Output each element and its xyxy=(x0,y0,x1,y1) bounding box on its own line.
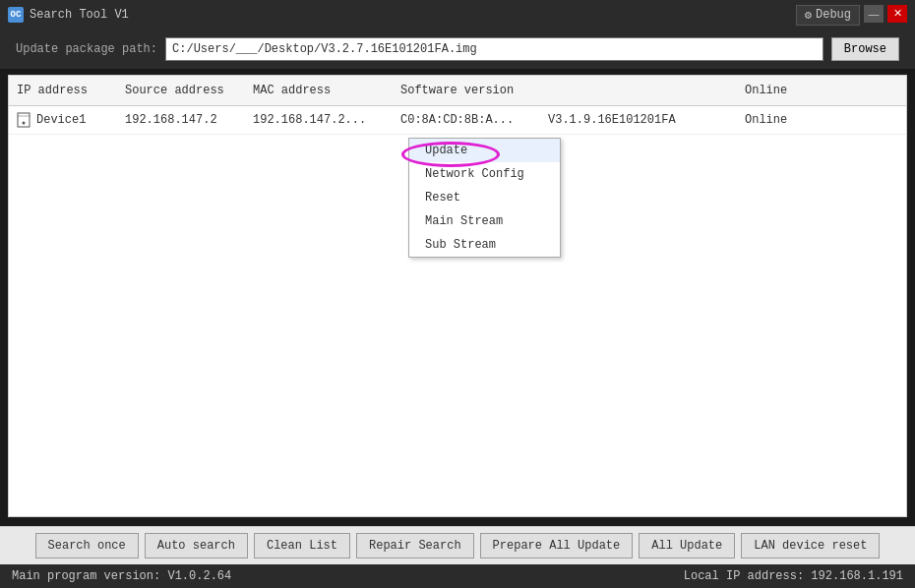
pathbar: Update package path: Browse xyxy=(0,29,915,69)
browse-button[interactable]: Browse xyxy=(831,37,899,61)
titlebar-controls: ⚙ Debug — ✕ xyxy=(796,5,907,26)
lan-device-reset-button[interactable]: LAN device reset xyxy=(741,533,880,559)
all-update-button[interactable]: All Update xyxy=(639,533,735,559)
table-row[interactable]: Device1 192.168.147.2 192.168.147.2... C… xyxy=(9,106,906,135)
device-cell: Device1 xyxy=(9,108,117,132)
bottom-bar: Search once Auto search Clean List Repai… xyxy=(0,526,915,564)
app-title: Search Tool V1 xyxy=(30,8,129,22)
repair-search-button[interactable]: Repair Search xyxy=(356,533,474,559)
col-mac: MAC address xyxy=(245,80,393,101)
context-menu: Update Network Config Reset Main Stream … xyxy=(408,138,561,258)
path-label: Update package path: xyxy=(16,42,157,56)
titlebar: OC Search Tool V1 ⚙ Debug — ✕ xyxy=(0,0,915,29)
path-input[interactable] xyxy=(165,37,824,61)
clean-list-button[interactable]: Clean List xyxy=(254,533,350,559)
prepare-all-update-button[interactable]: Prepare All Update xyxy=(480,533,634,559)
auto-search-button[interactable]: Auto search xyxy=(145,533,248,559)
device-icon xyxy=(17,112,30,128)
gear-icon: ⚙ xyxy=(805,8,812,23)
online-status: Online xyxy=(737,109,835,131)
col-online: Online xyxy=(737,80,835,101)
col-software: Software version xyxy=(393,80,540,101)
col-empty xyxy=(540,80,737,101)
status-bar: Main program version: V1.0.2.64 Local IP… xyxy=(0,564,915,588)
context-menu-update[interactable]: Update xyxy=(409,139,560,162)
source-address: 192.168.147.2... xyxy=(245,109,393,131)
software-version: V3.1.9.16E101201FA xyxy=(540,109,737,131)
version-status: Main program version: V1.0.2.64 xyxy=(12,569,231,583)
app-icon: OC xyxy=(8,7,24,23)
debug-button[interactable]: ⚙ Debug xyxy=(796,5,860,26)
col-ip: IP address xyxy=(9,80,117,101)
context-menu-reset[interactable]: Reset xyxy=(409,186,560,209)
table-header: IP address Source address MAC address So… xyxy=(9,76,906,106)
titlebar-left: OC Search Tool V1 xyxy=(8,7,129,23)
mac-address: C0:8A:CD:8B:A... xyxy=(393,109,540,131)
ip-address: 192.168.147.2 xyxy=(117,109,245,131)
search-once-button[interactable]: Search once xyxy=(35,533,139,559)
close-button[interactable]: ✕ xyxy=(887,5,907,23)
svg-rect-0 xyxy=(18,113,30,127)
context-menu-sub-stream[interactable]: Sub Stream xyxy=(409,233,560,257)
svg-point-2 xyxy=(23,122,26,125)
device-name: Device1 xyxy=(36,113,86,127)
minimize-button[interactable]: — xyxy=(864,5,884,23)
context-menu-main-stream[interactable]: Main Stream xyxy=(409,209,560,233)
ip-status: Local IP address: 192.168.1.191 xyxy=(684,569,903,583)
context-menu-network-config[interactable]: Network Config xyxy=(409,162,560,186)
col-source: Source address xyxy=(117,80,245,101)
